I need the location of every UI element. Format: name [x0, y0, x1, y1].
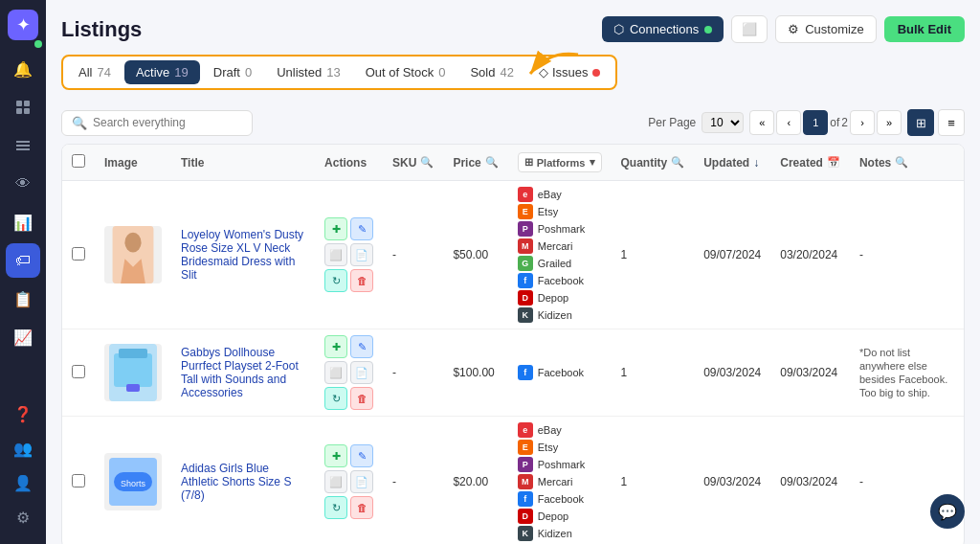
per-page-select[interactable]: 10 25 50 [702, 112, 744, 133]
kidizen-icon: K [518, 526, 533, 541]
sidebar-item-orders[interactable]: 📋 [6, 282, 40, 316]
platforms-list: f Facebook [518, 365, 602, 380]
svg-rect-0 [16, 101, 22, 106]
platform-depop: D Depop [518, 290, 602, 306]
sidebar-item-notifications[interactable]: 🔔 [6, 52, 40, 86]
sidebar-item-reports[interactable]: 📈 [6, 320, 40, 354]
sidebar-item-settings[interactable]: ⚙ [6, 500, 40, 534]
platform-etsy: E Etsy [518, 204, 602, 219]
poshmark-icon: P [518, 457, 533, 472]
notes-value: - [850, 181, 964, 329]
next-page-button[interactable]: › [850, 110, 875, 135]
platform-poshmark: P Poshmark [518, 221, 602, 237]
notes-filter-icon[interactable]: 🔍 [895, 156, 908, 169]
quantity-filter-icon[interactable]: 🔍 [671, 156, 684, 169]
select-all-checkbox[interactable] [72, 154, 85, 168]
delete-button[interactable]: 🗑 [350, 269, 373, 292]
tab-all[interactable]: All 74 [67, 60, 122, 84]
details-button[interactable]: 📄 [350, 243, 373, 266]
action-buttons: ✚ ✎ ⬜ 📄 ↻ 🗑 [324, 217, 373, 292]
last-page-button[interactable]: » [877, 110, 902, 135]
current-page-button[interactable]: 1 [803, 110, 828, 135]
created-filter-icon[interactable]: 📅 [827, 156, 840, 169]
crosslist-button[interactable]: ✚ [324, 335, 347, 358]
crosslist-button[interactable]: ✚ [324, 217, 347, 240]
mercari-icon: M [518, 238, 533, 254]
bulk-edit-button[interactable]: Bulk Edit [884, 16, 965, 42]
refresh-button[interactable]: ↻ [324, 387, 347, 410]
connections-button[interactable]: ⬡ Connections [602, 16, 724, 42]
list-view-button[interactable]: ≡ [938, 109, 965, 136]
col-created: Created 📅 [770, 145, 850, 181]
facebook-icon: f [518, 491, 533, 507]
price-filter-icon[interactable]: 🔍 [485, 156, 499, 169]
sidebar-item-listings[interactable]: 🏷 [6, 243, 40, 278]
edit-button[interactable]: ✎ [350, 217, 373, 240]
platforms-filter-dropdown[interactable]: ⊞ Platforms ▾ [518, 152, 602, 172]
quantity-value: 1 [612, 181, 695, 329]
etsy-icon: E [518, 440, 533, 455]
tab-issues[interactable]: ◇ Issues [527, 60, 612, 84]
tab-active[interactable]: Active 19 [124, 60, 200, 84]
sidebar-item-users[interactable]: 👥 [6, 431, 40, 465]
facebook-icon: f [518, 273, 533, 288]
refresh-button[interactable]: ↻ [324, 496, 347, 519]
product-title[interactable]: Loyeloy Women's Dusty Rose Size XL V Nec… [181, 228, 303, 282]
connections-icon: ⬡ [613, 22, 624, 36]
details-button[interactable]: 📄 [350, 470, 373, 493]
logo: ✦ [8, 10, 38, 40]
sidebar-item-help[interactable]: ❓ [6, 397, 40, 431]
details-button[interactable]: 📄 [350, 361, 373, 384]
chat-bubble[interactable]: 💬 [930, 494, 965, 529]
kidizen-icon: K [518, 307, 533, 323]
row-checkbox[interactable] [72, 247, 85, 261]
search-box[interactable]: 🔍 [61, 110, 253, 136]
sku-filter-icon[interactable]: 🔍 [420, 156, 434, 169]
grid-view-button[interactable]: ⊞ [907, 109, 934, 136]
product-title[interactable]: Adidas Girls Blue Athletic Shorts Size S… [181, 462, 291, 502]
tab-sold[interactable]: Sold 42 [458, 60, 525, 84]
poshmark-icon: P [518, 221, 533, 237]
sidebar-item-analytics[interactable]: 📊 [6, 205, 40, 239]
row-checkbox[interactable] [72, 365, 85, 378]
tab-out-of-stock[interactable]: Out of Stock 0 [354, 60, 457, 84]
first-page-button[interactable]: « [749, 110, 774, 135]
row-checkbox[interactable] [72, 474, 85, 487]
copy-button[interactable]: ⬜ [324, 361, 347, 384]
tab-unlisted[interactable]: Unlisted 13 [265, 60, 351, 84]
search-input[interactable] [93, 116, 242, 129]
grailed-icon: G [518, 256, 533, 271]
product-image [104, 226, 162, 283]
table-header-row: Image Title Actions SKU 🔍 Price 🔍 ⊞ Pla [62, 145, 964, 181]
sidebar-item-menu[interactable] [6, 128, 40, 163]
copy-button[interactable]: ⬜ [324, 243, 347, 266]
sidebar-item-profile[interactable]: 👤 [6, 465, 40, 500]
svg-text:Shorts: Shorts [121, 479, 146, 488]
col-quantity: Quantity 🔍 [612, 145, 695, 181]
ebay-icon: e [518, 422, 533, 438]
product-title[interactable]: Gabbys Dollhouse Purrfect Playset 2-Foot… [181, 346, 299, 399]
updated-value: 09/07/2024 [694, 181, 770, 329]
facebook-icon: f [518, 365, 533, 380]
price-value: $20.00 [443, 417, 507, 545]
crosslist-button[interactable]: ✚ [324, 444, 347, 467]
platform-facebook: f Facebook [518, 491, 602, 507]
customize-button[interactable]: ⚙ Customize [775, 15, 876, 43]
platform-facebook: f Facebook [518, 365, 602, 380]
sidebar-item-dashboard[interactable] [6, 90, 40, 125]
quantity-value: 1 [612, 329, 695, 417]
edit-button[interactable]: ✎ [350, 335, 373, 358]
delete-button[interactable]: 🗑 [350, 387, 373, 410]
refresh-button[interactable]: ↻ [324, 269, 347, 292]
sidebar-item-view[interactable]: 👁 [6, 167, 40, 201]
svg-rect-4 [16, 141, 30, 143]
tab-draft[interactable]: Draft 0 [202, 60, 263, 84]
prev-page-button[interactable]: ‹ [776, 110, 801, 135]
edit-button[interactable]: ✎ [350, 444, 373, 467]
copy-button[interactable]: ⬜ [324, 470, 347, 493]
updated-sort-icon[interactable]: ↓ [753, 156, 759, 170]
created-value: 09/03/2024 [770, 417, 850, 545]
table-row: Shorts Adidas Girls Blue Athletic Shorts… [62, 417, 964, 545]
delete-button[interactable]: 🗑 [350, 496, 373, 519]
export-button[interactable]: ⬜ [731, 15, 768, 43]
